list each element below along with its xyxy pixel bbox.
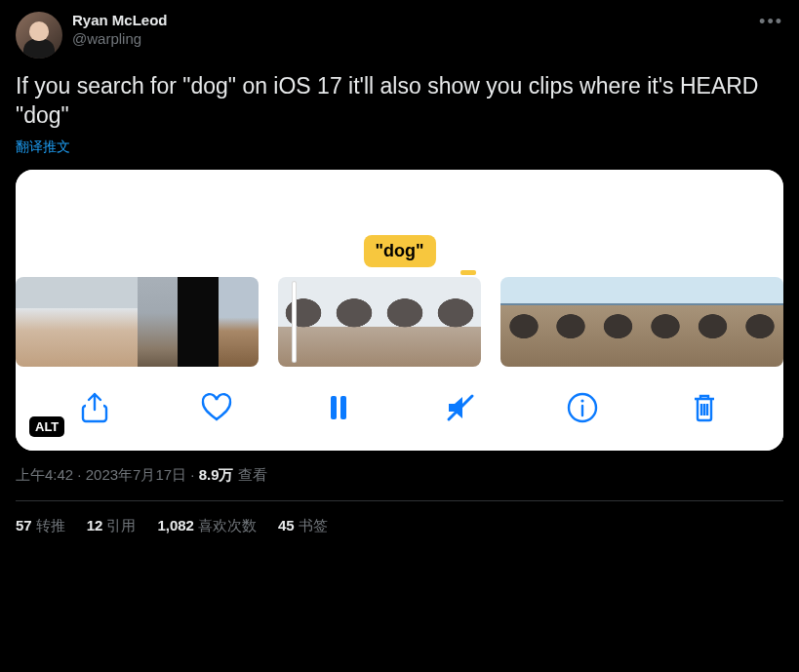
clip-frame bbox=[642, 277, 689, 367]
pause-icon[interactable] bbox=[321, 390, 356, 425]
clip-frame bbox=[219, 277, 260, 367]
alt-badge[interactable]: ALT bbox=[29, 416, 64, 437]
svg-point-4 bbox=[581, 399, 584, 402]
clip-frame bbox=[430, 277, 481, 367]
tweet-date[interactable]: 2023年7月17日 bbox=[86, 466, 186, 483]
author-names[interactable]: Ryan McLeod @warpling bbox=[72, 12, 168, 49]
tweet-meta: 上午4:42 · 2023年7月17日 · 8.9万 查看 bbox=[16, 466, 783, 485]
clip-frame bbox=[138, 277, 179, 367]
media-card[interactable]: "dog" bbox=[16, 170, 783, 451]
caption-chip: "dog" bbox=[363, 235, 435, 267]
clip-frame bbox=[689, 277, 736, 367]
clip-group-3[interactable] bbox=[500, 277, 784, 367]
clip-frame bbox=[380, 277, 430, 367]
clip-group-1[interactable] bbox=[16, 277, 259, 367]
translate-link[interactable]: 翻译推文 bbox=[16, 138, 783, 156]
avatar[interactable] bbox=[16, 12, 62, 59]
clip-frame bbox=[329, 277, 380, 367]
caption-marker bbox=[460, 270, 476, 275]
clip-frame bbox=[16, 277, 57, 367]
tweet-stats: 57转推 12引用 1,082喜欢次数 45书签 bbox=[16, 501, 783, 535]
views-count: 8.9万 bbox=[199, 466, 234, 483]
display-name: Ryan McLeod bbox=[72, 12, 168, 30]
mute-icon[interactable] bbox=[443, 390, 478, 425]
clip-frame bbox=[57, 277, 98, 367]
tweet-header: Ryan McLeod @warpling ••• bbox=[16, 12, 783, 59]
playhead[interactable] bbox=[292, 281, 297, 363]
clip-frame bbox=[547, 277, 594, 367]
handle: @warpling bbox=[72, 30, 168, 49]
clip-group-2[interactable] bbox=[278, 277, 481, 367]
clip-frame bbox=[278, 277, 329, 367]
more-icon[interactable]: ••• bbox=[759, 12, 783, 32]
views-label: 查看 bbox=[234, 466, 267, 483]
clip-frame bbox=[178, 277, 219, 367]
heart-icon[interactable] bbox=[199, 390, 234, 425]
tweet-text: If you search for "dog" on iOS 17 it'll … bbox=[16, 72, 783, 131]
info-icon[interactable] bbox=[565, 390, 600, 425]
quotes-stat[interactable]: 12引用 bbox=[87, 517, 137, 535]
ios-toolbar bbox=[16, 371, 783, 451]
tweet: Ryan McLeod @warpling ••• If you search … bbox=[0, 0, 799, 547]
trash-icon[interactable] bbox=[687, 390, 722, 425]
media-whitespace: "dog" bbox=[16, 170, 783, 277]
filmstrip[interactable] bbox=[16, 277, 783, 371]
retweets-stat[interactable]: 57转推 bbox=[16, 517, 65, 535]
clip-frame bbox=[737, 277, 783, 367]
svg-rect-1 bbox=[340, 396, 346, 419]
tweet-time[interactable]: 上午4:42 bbox=[16, 466, 73, 483]
share-icon[interactable] bbox=[77, 390, 112, 425]
svg-rect-0 bbox=[331, 396, 337, 419]
likes-stat[interactable]: 1,082喜欢次数 bbox=[157, 517, 257, 535]
bookmarks-stat[interactable]: 45书签 bbox=[278, 517, 328, 535]
clip-frame bbox=[97, 277, 138, 367]
clip-frame bbox=[500, 277, 547, 367]
clip-frame bbox=[594, 277, 641, 367]
